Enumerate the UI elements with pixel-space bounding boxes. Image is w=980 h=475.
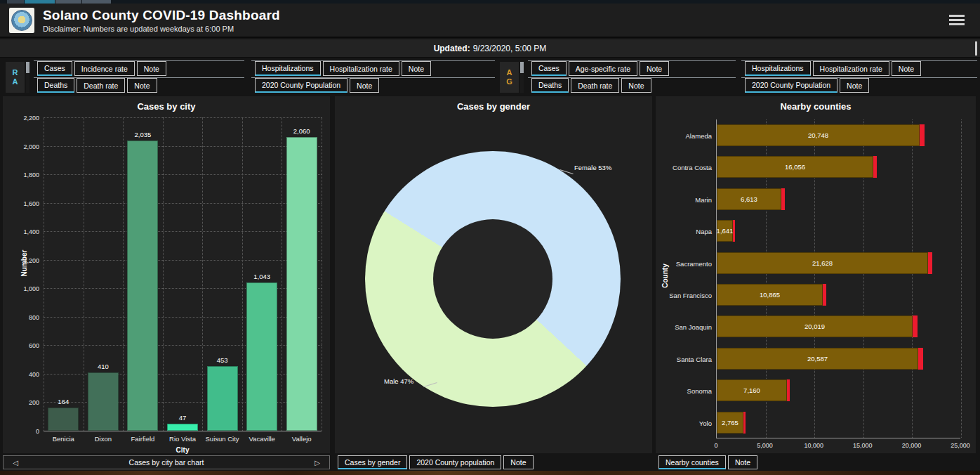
gridline (282, 117, 282, 431)
chart-row-santa-clara: 20,587 (717, 343, 960, 375)
tab-row: DeathsDeath rateNote (528, 77, 736, 93)
bar-red-tip (873, 156, 877, 178)
y-category-label: Yolo (660, 419, 712, 427)
y-tick-label: 800 (3, 314, 39, 321)
bar-sacramento[interactable]: 21,628 (717, 252, 928, 274)
scrollbar[interactable] (975, 41, 977, 56)
tab-row: DeathsDeath rateNote (34, 77, 244, 93)
chart-row-contra-costa: 16,056 (717, 151, 960, 183)
menu-button[interactable] (949, 13, 965, 27)
chart-row-sacramento: 21,628 (717, 247, 960, 279)
x-tick-label: 25,000 (951, 442, 970, 449)
tab-deaths[interactable]: Deaths (531, 78, 569, 93)
bar-san-joaquin[interactable]: 20,019 (717, 315, 913, 337)
tab-group-hospitalizations-left: HospitalizationsHospitalization rateNote… (251, 60, 495, 94)
bar-red-tip (787, 379, 790, 401)
tab-note[interactable]: Note (640, 61, 669, 76)
tab-strip-region: R A CasesIncidence rateNoteDeathsDeath r… (0, 59, 980, 96)
bar-red-tip (743, 412, 746, 434)
bar-san-francisco[interactable]: 10,865 (717, 284, 823, 306)
vertical-label-letter: A (13, 77, 18, 86)
tab-death-rate[interactable]: Death rate (571, 78, 619, 93)
tab-note[interactable]: Note (728, 455, 757, 469)
tab-note[interactable]: Note (127, 78, 157, 93)
tab-cases[interactable]: Cases (37, 61, 72, 76)
tab-cases[interactable]: Cases (531, 61, 567, 76)
tab-incidence-rate[interactable]: Incidence rate (74, 61, 135, 76)
tab-nearby-counties[interactable]: Nearby counties (658, 455, 726, 469)
tab-2020-county-population[interactable]: 2020 County population (409, 455, 501, 469)
bar-suisun-city[interactable] (207, 366, 238, 431)
x-category-label: Rio Vista (169, 435, 196, 443)
chart-nav-label: Cases by city bar chart (27, 458, 305, 467)
bar-vallejo[interactable] (286, 137, 317, 431)
bar-napa[interactable]: 1,641 (717, 220, 733, 242)
gridline (44, 374, 322, 375)
bar-value-label: 20,748 (808, 131, 828, 139)
vertical-label-letter: G (506, 77, 512, 86)
tab-hospitalizations[interactable]: Hospitalizations (745, 61, 811, 76)
tab-cases-by-gender[interactable]: Cases by gender (338, 455, 407, 469)
donut-chart[interactable] (365, 151, 621, 407)
previous-arrow-icon[interactable]: ◁ (4, 459, 27, 467)
bar-red-tip (928, 252, 932, 274)
y-tick-label: 400 (3, 371, 39, 378)
vertical-group-label-ag[interactable]: A G (500, 62, 519, 93)
next-arrow-icon[interactable]: ▷ (305, 459, 329, 467)
y-category-label: Sonoma (660, 386, 712, 394)
bar-santa-clara[interactable]: 20,587 (717, 348, 918, 370)
bar-value-label: 2,765 (722, 419, 739, 427)
slice-label-male: Male 47% (384, 377, 413, 385)
page-title: Solano County COVID-19 Dashboard (43, 8, 280, 23)
bar-value-label: 16,056 (785, 163, 805, 171)
bar-contra-costa[interactable]: 16,056 (717, 156, 873, 178)
gridline (202, 117, 203, 431)
bar-red-tip (920, 124, 925, 146)
plot-area: 1644102,035474531,0432,060 (44, 117, 322, 431)
y-category-label: San Francisco (660, 291, 712, 299)
bar-vacaville[interactable] (246, 282, 277, 431)
tab-note[interactable]: Note (503, 455, 533, 469)
gridline (322, 117, 322, 431)
tab-note[interactable]: Note (892, 61, 921, 76)
bar-alameda[interactable]: 20,748 (717, 124, 920, 146)
updated-banner: Updated: 9/23/2020, 5:00 PM (0, 39, 980, 58)
chart-row-san-francisco: 10,865 (717, 279, 960, 311)
bar-yolo[interactable]: 2,765 (717, 412, 743, 434)
tab-2020-county-population[interactable]: 2020 County Population (745, 78, 837, 93)
tab-hospitalization-rate[interactable]: Hospitalization rate (813, 61, 889, 76)
scrollbar[interactable] (520, 62, 524, 93)
bar-sonoma[interactable]: 7,160 (717, 379, 787, 401)
tab-note[interactable]: Note (402, 61, 431, 76)
bar-fairfield[interactable] (127, 141, 158, 431)
plot-area: 20,74816,0566,6131,64121,62810,86520,019… (716, 119, 960, 438)
tab-age-specific-rate[interactable]: Age-specific rate (569, 61, 637, 76)
gridline (163, 117, 164, 431)
tab-2020-county-population[interactable]: 2020 County Population (255, 78, 347, 93)
tab-hospitalizations[interactable]: Hospitalizations (255, 61, 321, 76)
x-tick-label: 0 (714, 442, 717, 449)
bar-rio-vista[interactable] (167, 424, 198, 431)
gridline (961, 119, 962, 438)
x-category-label: Vallejo (292, 435, 312, 443)
scrollbar[interactable] (26, 62, 29, 93)
tab-hospitalization-rate[interactable]: Hospitalization rate (323, 61, 399, 76)
tab-death-rate[interactable]: Death rate (77, 78, 125, 93)
gridline (44, 345, 322, 346)
chart-row-marin: 6,613 (717, 183, 960, 215)
tab-note[interactable]: Note (350, 78, 379, 93)
bar-red-tip (918, 348, 923, 370)
bar-marin[interactable]: 6,613 (717, 188, 781, 210)
bar-value-label: 47 (179, 414, 187, 422)
tab-note[interactable]: Note (137, 61, 166, 76)
chart-row-yolo: 2,765 (717, 407, 960, 438)
tab-deaths[interactable]: Deaths (37, 78, 74, 93)
tab-note[interactable]: Note (840, 78, 869, 93)
bar-dixon[interactable] (88, 372, 119, 431)
tab-note[interactable]: Note (621, 78, 651, 93)
vertical-label-letter: A (507, 68, 512, 77)
y-axis-title: County (661, 238, 669, 315)
chart-title: Cases by city (3, 96, 330, 112)
vertical-group-label-ra[interactable]: R A (6, 62, 25, 93)
bar-benicia[interactable] (48, 408, 79, 431)
